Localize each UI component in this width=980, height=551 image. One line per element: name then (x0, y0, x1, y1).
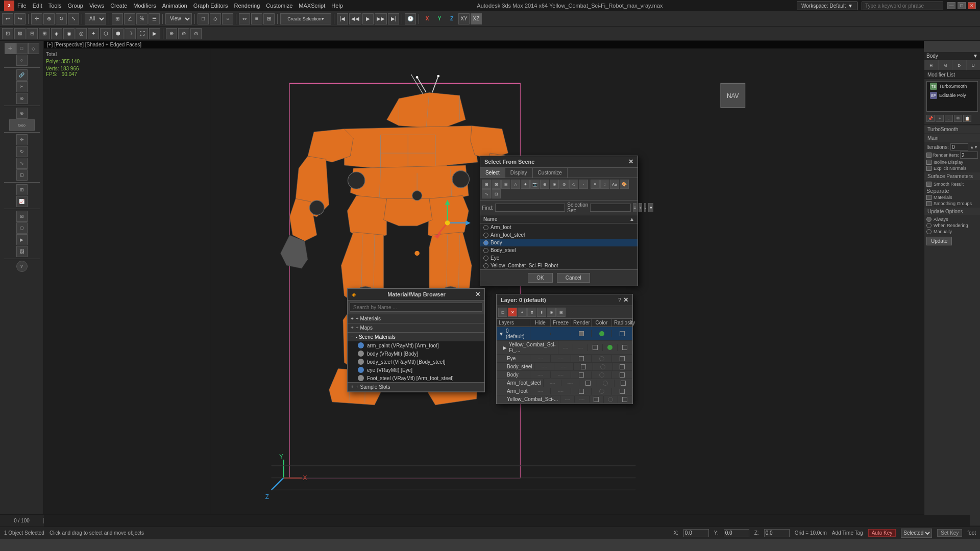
close-button[interactable]: ✕ (968, 2, 976, 9)
sub-tool-11[interactable]: ☽ (125, 28, 136, 39)
layer-color-eye[interactable] (592, 355, 612, 362)
copy-modifier-btn[interactable]: ⧉ (954, 115, 962, 122)
layer-render-eye[interactable] (571, 355, 592, 362)
sort-name-btn[interactable]: ↕ (600, 180, 609, 189)
redo-button[interactable]: ↪ (14, 13, 26, 24)
select-geo-btn[interactable]: △ (511, 180, 520, 189)
angle-snap[interactable]: ∠ (124, 13, 135, 24)
layer-row-default[interactable]: ▼ 0 (default) (497, 327, 632, 341)
timeline-track[interactable] (44, 515, 970, 527)
sel-set-icon-2[interactable]: + (639, 203, 642, 212)
scale-btn[interactable]: ⤡ (16, 158, 28, 169)
layer-tool-6[interactable]: ⊗ (547, 308, 556, 317)
layer-freeze-default[interactable] (551, 333, 571, 335)
tab-motion[interactable]: M (939, 60, 953, 70)
list-item-body[interactable]: Body (480, 239, 638, 246)
sub-tool-3[interactable]: ⊟ (27, 28, 38, 39)
list-item-arm-foot[interactable]: Arm_foot (480, 223, 638, 231)
invert-btn[interactable]: ⊟ (501, 180, 510, 189)
select-helper-btn[interactable]: ⊕ (540, 180, 549, 189)
layer-row-arm-foot-steel[interactable]: Arm_foot_steel ---- ---- (497, 379, 632, 387)
x-coord-input[interactable] (683, 529, 709, 537)
sel-set-icon-1[interactable]: ≡ (633, 203, 636, 212)
selection-set-input[interactable] (590, 204, 631, 212)
undo-button[interactable]: ↩ (2, 13, 13, 24)
time-config[interactable]: 🕐 (405, 13, 416, 24)
xz-plane[interactable]: XZ (471, 13, 482, 24)
move-btn[interactable]: ✛ (16, 134, 28, 145)
tab-hierarchy[interactable]: H (924, 60, 939, 70)
move-tool[interactable]: ⊕ (43, 13, 55, 24)
select-space-btn[interactable]: ⊗ (550, 180, 559, 189)
editable-poly-item[interactable]: EP Editable Poly (927, 91, 977, 100)
mat-item-arm-paint[interactable]: arm_paint (VRayMtl) [Arm_foot] (348, 341, 484, 349)
select-tool[interactable]: ✛ (31, 13, 42, 24)
tab-customize[interactable]: Customize (533, 168, 568, 178)
cancel-button[interactable]: Cancel (557, 273, 590, 283)
layer-hide-body-steel[interactable]: ---- (534, 363, 554, 370)
bind-space-warp[interactable]: ⊗ (16, 93, 28, 104)
lasso-select[interactable]: ◇ (210, 13, 221, 24)
sort-size-btn[interactable]: ⤡ (482, 189, 491, 198)
layer-freeze-eye[interactable]: ---- (551, 355, 571, 362)
mirror-tool[interactable]: ⇔ (239, 13, 250, 24)
schematic-btn[interactable]: ⊠ (16, 211, 28, 222)
menu-help[interactable]: Help (331, 3, 343, 9)
menu-views[interactable]: Views (89, 3, 104, 9)
layer-radiosity-arm-foot-steel[interactable] (615, 380, 632, 387)
spinner-snap[interactable]: ☰ (149, 13, 160, 24)
render-iters-checkbox[interactable] (926, 153, 932, 158)
select-bones-btn[interactable]: ⊘ (559, 180, 569, 189)
layer-color-arm-foot-steel[interactable] (597, 380, 615, 387)
menu-animation[interactable]: Animation (162, 3, 187, 9)
sel-set-icon-3[interactable]: - (644, 203, 647, 212)
minimize-button[interactable]: — (947, 2, 955, 9)
sub-tool-13[interactable]: ⊕ (166, 28, 177, 39)
layer-color-arm-foot[interactable] (592, 388, 612, 395)
layer-tool-2[interactable]: ✕ (508, 308, 517, 317)
materials-section-header[interactable]: + + Materials (348, 314, 484, 323)
layer-radiosity-yellow-2[interactable] (618, 396, 632, 403)
tab-display[interactable]: D (952, 60, 967, 70)
layer-row-body-steel[interactable]: Body_steel ---- ---- (497, 363, 632, 371)
menu-edit[interactable]: Edit (33, 3, 42, 9)
iterations-input[interactable] (950, 143, 968, 151)
menu-rendering[interactable]: Rendering (234, 3, 260, 9)
render-setup-btn[interactable]: ▶ (16, 234, 28, 245)
sample-slots-header[interactable]: + + Sample Slots (348, 383, 484, 391)
layer-row-yellow-combat[interactable]: ▶ Yellow_Combat_Sci-Fi_... ---- ---- (497, 341, 632, 355)
prev-frame[interactable]: |◀ (337, 13, 348, 24)
sort-type-btn[interactable]: Aa (610, 180, 619, 189)
layer-radiosity-body[interactable] (612, 371, 632, 379)
mat-item-body-steel[interactable]: body_steel (VRayMtl) [Body_steel] (348, 358, 484, 366)
array-tool[interactable]: ⊞ (263, 13, 275, 24)
xy-plane[interactable]: XY (458, 13, 470, 24)
mat-item-eye[interactable]: eye (VRayMtl) [Eye] (348, 366, 484, 374)
select-light-btn[interactable]: ✦ (521, 180, 530, 189)
sort-color-btn[interactable]: 🎨 (620, 180, 629, 189)
layer-color-yellow-2[interactable] (604, 396, 618, 403)
select-none-btn[interactable]: ⊠ (492, 180, 501, 189)
layer-render-cb-yellow[interactable] (593, 345, 598, 350)
percent-snap[interactable]: % (136, 13, 148, 24)
render-iters-input[interactable] (960, 152, 978, 159)
track-view[interactable]: 📈 (16, 196, 28, 207)
filter-dropdown[interactable]: All (85, 13, 106, 24)
layer-row-body[interactable]: Body ---- ---- (497, 371, 632, 379)
layer-render-cb-eye[interactable] (579, 356, 584, 361)
layer-radiosity-default[interactable] (612, 330, 632, 337)
layer-radiosity-arm-foot[interactable] (612, 388, 632, 395)
layer-render-cb-arm-foot-steel[interactable] (585, 381, 591, 386)
layer-freeze-yellow[interactable]: ---- (573, 344, 588, 351)
sub-tool-2[interactable]: ⊠ (14, 28, 26, 39)
material-editor-btn[interactable]: ⬡ (16, 222, 28, 234)
layer-render-cb-yellow-2[interactable] (594, 397, 599, 402)
layer-row-yellow-combat-2[interactable]: Yellow_Combat_Sci-... ---- ---- (497, 395, 632, 404)
layer-render-cb-body[interactable] (579, 372, 584, 378)
create-select[interactable]: Create Selection▾ (280, 13, 331, 24)
turbosmooth-item[interactable]: TS TurboSmooth (927, 82, 977, 91)
ok-button[interactable]: OK (528, 273, 552, 283)
layer-hide-yellow[interactable]: ---- (558, 344, 573, 351)
sel-set-chevron[interactable]: ▼ (648, 203, 653, 212)
sub-tool-1[interactable]: ⊡ (2, 28, 13, 39)
